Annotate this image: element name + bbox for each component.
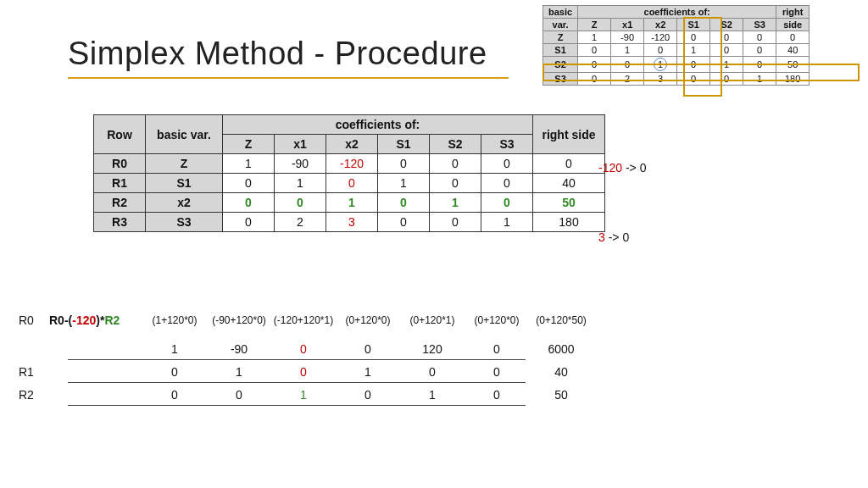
ref-cell: 1: [710, 57, 743, 73]
calc-detail: (1+120*0): [142, 314, 207, 326]
slide-title: Simplex Method - Procedure: [68, 36, 509, 72]
slide-title-block: Simplex Method - Procedure: [68, 36, 509, 79]
calc-label-r2: R2: [19, 388, 49, 402]
main-cell: 0: [223, 193, 275, 213]
main-row-label: R0: [94, 154, 146, 174]
main-head-bv: basic var.: [146, 115, 223, 154]
calc-detail-cells: (1+120*0) (-90+120*0) (-120+120*1) (0+12…: [142, 314, 593, 326]
ref-cell: 1: [743, 73, 776, 86]
ref-cell: 1: [677, 44, 710, 57]
main-cell: 0: [326, 174, 378, 193]
calc-detail: (0+120*0): [336, 314, 400, 326]
main-cell: 0: [481, 174, 533, 193]
ref-cell: 0: [710, 73, 743, 86]
main-cell: 0: [378, 154, 430, 174]
calc-result: 50: [529, 388, 593, 402]
ref-col-z: Z: [578, 19, 611, 31]
calc-result: 0: [336, 342, 400, 356]
ref-cell: 2: [611, 73, 644, 86]
main-cell: 0: [223, 174, 275, 193]
ref-cell: 0: [743, 44, 776, 57]
calc-detail: (0+120*0): [465, 314, 529, 326]
ref-col-s3: S3: [743, 19, 776, 31]
calc-result: 0: [142, 388, 207, 402]
note-r3-val: 3: [598, 230, 605, 244]
reference-tableau-table: basic coefficients of: right var. Z x1 x…: [542, 5, 810, 86]
ref-bv-s3: S3: [543, 73, 578, 86]
ref-bv-s1: S1: [543, 44, 578, 57]
note-r3: 3 -> 0: [598, 230, 629, 244]
ref-cell: 1: [644, 57, 677, 73]
expr-part: R2: [104, 313, 120, 327]
main-cell: 1: [223, 154, 275, 174]
main-cell: 0: [481, 193, 533, 213]
ref-cell: -90: [611, 31, 644, 44]
main-cell: 1: [481, 213, 533, 232]
pivot-element-circle: 1: [654, 58, 667, 71]
main-cell: 50: [533, 193, 605, 213]
main-col-s2: S2: [430, 135, 481, 154]
ref-col-s2: S2: [710, 19, 743, 31]
table-row: R1 S1 0 1 0 1 0 0 40: [94, 174, 605, 193]
ref-head-right: right: [776, 6, 810, 19]
main-head-coeff: coefficients of:: [223, 115, 533, 135]
note-r0-arrow: -> 0: [622, 161, 646, 175]
expr-part: )*: [96, 313, 104, 327]
main-cell: 1: [378, 174, 430, 193]
calc-result: 1: [271, 388, 336, 402]
main-cell: 0: [430, 213, 481, 232]
reference-tableau: basic coefficients of: right var. Z x1 x…: [542, 5, 858, 86]
note-r3-arrow: -> 0: [605, 230, 629, 244]
ref-col-x1: x1: [611, 19, 644, 31]
rule-line: [68, 382, 526, 383]
main-col-s1: S1: [378, 135, 430, 154]
main-cell: 0: [378, 193, 430, 213]
ref-cell: 0: [578, 73, 611, 86]
main-col-z: Z: [223, 135, 275, 154]
main-row-label: R1: [94, 174, 146, 193]
ref-col-s1: S1: [677, 19, 710, 31]
row-operation-area: R0 R0-(-120)*R2 (1+120*0) (-90+120*0) (-…: [19, 313, 593, 411]
calc-detail: (0+120*1): [400, 314, 465, 326]
main-cell: 0: [533, 154, 605, 174]
note-r0: -120 -> 0: [598, 161, 646, 175]
calc-result: 0: [271, 342, 336, 356]
note-r0-val: -120: [598, 161, 622, 175]
calc-label-r1: R1: [19, 365, 49, 379]
expr-part: -120: [72, 313, 96, 327]
main-head-row: Row: [94, 115, 146, 154]
main-row-label: R2: [94, 193, 146, 213]
ref-bv-s2: S2: [543, 57, 578, 73]
calc-row-r2: R2 0 0 1 0 1 0 50: [19, 388, 593, 402]
calc-result: 0: [465, 388, 529, 402]
main-col-s3: S3: [481, 135, 533, 154]
title-underline: [68, 77, 509, 79]
main-col-x2: x2: [326, 135, 378, 154]
ref-cell: 40: [776, 44, 810, 57]
main-head-rs: right side: [533, 115, 605, 154]
calc-result: 40: [529, 365, 593, 379]
calc-result: 1: [207, 365, 271, 379]
main-cell: 3: [326, 213, 378, 232]
ref-cell: 0: [710, 44, 743, 57]
calc-result: 0: [400, 365, 465, 379]
calc-row-r1: R1 0 1 0 1 0 0 40: [19, 365, 593, 379]
ref-head-basic: basic: [543, 6, 578, 19]
ref-cell: 50: [776, 57, 810, 73]
main-cell: 0: [430, 174, 481, 193]
ref-cell: 0: [710, 31, 743, 44]
calc-result: 1: [142, 342, 207, 356]
ref-cell: 0: [677, 31, 710, 44]
main-cell: 0: [223, 213, 275, 232]
main-row-bv: x2: [146, 193, 223, 213]
ref-cell: 0: [743, 57, 776, 73]
main-row-bv: S1: [146, 174, 223, 193]
calc-result-cells: 1 -90 0 0 120 0 6000: [142, 342, 593, 356]
main-row-bv: Z: [146, 154, 223, 174]
calc-result: 0: [465, 365, 529, 379]
calc-result: 6000: [529, 342, 593, 356]
main-cell: 0: [378, 213, 430, 232]
ref-bv-z: Z: [543, 31, 578, 44]
expr-part: R0-(: [49, 313, 72, 327]
main-cell: 0: [481, 154, 533, 174]
